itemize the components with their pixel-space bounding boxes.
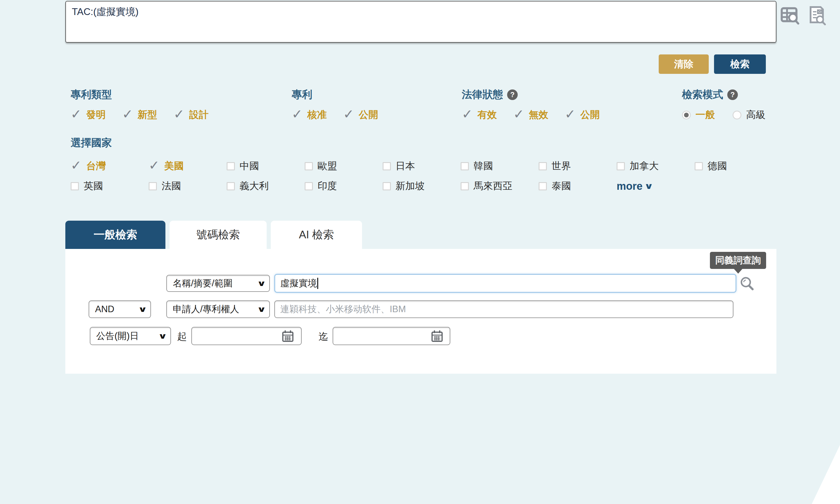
operator-select-value: AND (95, 304, 114, 314)
checkbox-china[interactable]: 中國 (227, 160, 305, 173)
search-mode-options: 一般 高級 (682, 108, 766, 122)
search-mode-title: 檢索模式 (682, 88, 723, 102)
option-label: 義大利 (239, 179, 269, 193)
option-label: 歐盟 (318, 160, 337, 173)
checkbox-design[interactable]: ✓ 設計 (174, 108, 209, 122)
checkbox-utility-model[interactable]: ✓ 新型 (122, 108, 157, 122)
radio-advanced[interactable]: 高級 (733, 108, 766, 122)
checkbox-singapore[interactable]: 新加坡 (382, 179, 461, 193)
chevron-down-icon: ∨ (158, 331, 167, 341)
option-label: 中國 (239, 160, 259, 173)
checkbox-icon (382, 182, 391, 191)
checkbox-icon (305, 182, 313, 191)
option-label: 印度 (318, 179, 337, 193)
patent-type-options: ✓ 發明 ✓ 新型 ✓ 設計 (71, 108, 209, 122)
checkbox-japan[interactable]: 日本 (382, 160, 461, 173)
checkbox-italy[interactable]: 義大利 (227, 179, 305, 193)
checkbox-world[interactable]: 世界 (539, 160, 616, 173)
check-icon: ✓ (565, 108, 576, 121)
clear-button[interactable]: 清除 (659, 54, 709, 74)
option-label: 設計 (189, 108, 209, 122)
tab-number-search[interactable]: 號碼檢索 (169, 221, 267, 249)
checkbox-france[interactable]: 法國 (149, 179, 227, 193)
date-from-label: 起 (177, 330, 187, 343)
checkbox-eu[interactable]: 歐盟 (305, 160, 382, 173)
operator-select[interactable]: AND ∨ (89, 301, 151, 318)
checkbox-usa[interactable]: ✓ 美國 (149, 160, 227, 173)
country-row-2: 英國 法國 義大利 印度 新加坡 馬來西亞 泰國 more ∨ (71, 179, 652, 193)
table-search-icon[interactable] (780, 5, 800, 26)
check-icon: ✓ (122, 108, 133, 121)
checkbox-korea[interactable]: 韓國 (461, 160, 539, 173)
date-type-select-value: 公告(開)日 (96, 330, 139, 342)
option-label: 日本 (396, 160, 415, 173)
date-type-select[interactable]: 公告(開)日 ∨ (90, 327, 171, 345)
tab-ai-search[interactable]: AI 檢索 (271, 221, 362, 249)
checkbox-icon (695, 162, 703, 170)
legal-status-help-icon[interactable]: ? (507, 89, 518, 100)
option-label: 韓國 (473, 160, 493, 173)
keyword-input[interactable] (274, 274, 736, 293)
checkbox-icon (382, 162, 391, 170)
text-caret (317, 278, 318, 289)
document-search-icon[interactable] (806, 5, 827, 26)
chevron-down-icon: ∨ (257, 305, 266, 314)
patent-type-heading: 專利類型 (71, 88, 112, 102)
tab-general-search[interactable]: 一般檢索 (65, 221, 165, 249)
patent-title: 專利 (292, 88, 312, 102)
search-button[interactable]: 檢索 (714, 54, 766, 74)
option-label: 無效 (529, 108, 548, 122)
check-icon: ✓ (292, 108, 303, 121)
checkbox-invention[interactable]: ✓ 發明 (71, 108, 106, 122)
search-mode-help-icon[interactable]: ? (727, 89, 738, 100)
field-select-1[interactable]: 名稱/摘要/範圍 ∨ (166, 275, 270, 292)
checkbox-germany[interactable]: 德國 (695, 160, 727, 173)
checkbox-india[interactable]: 印度 (305, 179, 382, 193)
checkbox-published[interactable]: ✓ 公開 (343, 108, 378, 122)
applicant-input[interactable] (274, 301, 733, 318)
legal-status-options: ✓ 有效 ✓ 無效 ✓ 公開 (462, 108, 600, 122)
option-label: 泰國 (552, 179, 571, 193)
check-icon: ✓ (71, 108, 82, 121)
query-expression-textarea[interactable]: TAC:(虛擬實境) (65, 1, 776, 43)
field-select-2[interactable]: 申請人/專利權人 ∨ (166, 301, 270, 318)
patent-heading: 專利 (292, 88, 312, 102)
checkbox-invalid[interactable]: ✓ 無效 (513, 108, 548, 122)
option-label: 馬來西亞 (473, 179, 513, 193)
checkbox-open[interactable]: ✓ 公開 (565, 108, 600, 122)
search-tabs: 一般檢索 號碼檢索 AI 檢索 (65, 221, 362, 249)
checkbox-thailand[interactable]: 泰國 (539, 179, 616, 193)
country-heading: 選擇國家 (71, 136, 112, 150)
action-buttons: 清除 檢索 (65, 54, 766, 74)
checkbox-granted[interactable]: ✓ 核准 (292, 108, 327, 122)
option-label: 世界 (552, 160, 571, 173)
option-label: 美國 (164, 160, 184, 173)
query-toolbar (780, 5, 827, 26)
option-label: 法國 (162, 179, 181, 193)
checkbox-icon (616, 162, 625, 170)
check-icon: ✓ (71, 159, 82, 172)
field-select-2-value: 申請人/專利權人 (173, 303, 239, 316)
option-label: 加拿大 (629, 160, 659, 173)
checkbox-icon (539, 182, 547, 191)
more-countries-link[interactable]: more ∨ (616, 180, 652, 193)
checkbox-canada[interactable]: 加拿大 (616, 160, 695, 173)
option-label: 有效 (477, 108, 497, 122)
option-label: 核准 (307, 108, 327, 122)
checkbox-icon (539, 162, 547, 170)
calendar-icon[interactable] (281, 329, 294, 344)
option-label: 公開 (580, 108, 600, 122)
country-row-1: ✓ 台灣 ✓ 美國 中國 歐盟 日本 韓國 世界 加拿大 德國 (71, 160, 727, 173)
checkbox-malaysia[interactable]: 馬來西亞 (461, 179, 539, 193)
calendar-icon[interactable] (430, 329, 444, 344)
check-icon: ✓ (343, 108, 354, 121)
radio-general[interactable]: 一般 (682, 108, 715, 122)
search-mode-heading: 檢索模式 ? (682, 88, 738, 102)
checkbox-valid[interactable]: ✓ 有效 (462, 108, 497, 122)
field-select-1-value: 名稱/摘要/範圍 (173, 277, 233, 289)
checkbox-icon (227, 182, 235, 191)
checkbox-taiwan[interactable]: ✓ 台灣 (71, 160, 149, 173)
option-label: 德國 (708, 160, 727, 173)
checkbox-uk[interactable]: 英國 (71, 179, 149, 193)
synonym-search-icon[interactable] (739, 276, 755, 292)
